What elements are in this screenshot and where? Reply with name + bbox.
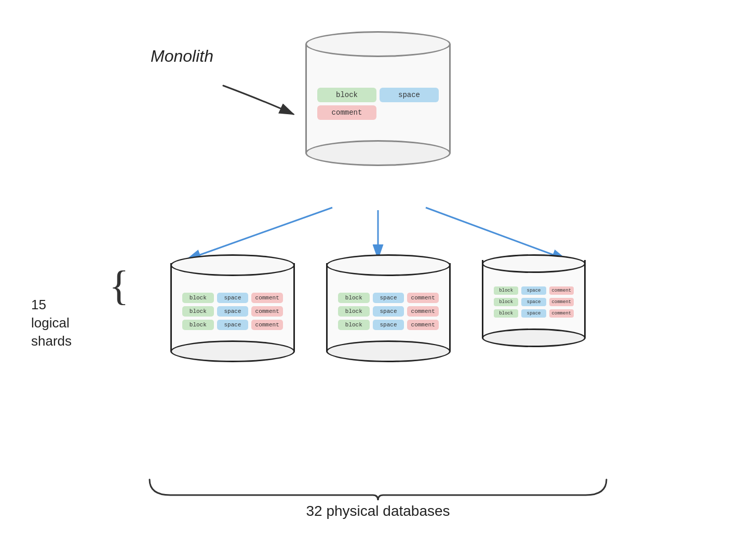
shard2-grid: block space comment block space comment … [333, 290, 444, 333]
s3-block-3: block [494, 309, 518, 318]
shard2-bottom [326, 340, 451, 362]
s1-block-1: block [182, 293, 214, 303]
shard1-body: block space comment block space comment … [170, 263, 295, 351]
s2-block-2: block [338, 306, 370, 317]
s3-space-1: space [521, 286, 546, 295]
monolith-top [305, 31, 451, 57]
monolith-body: block space comment [305, 44, 451, 153]
shards-row: block space comment block space comment … [170, 254, 586, 362]
shard3-bottom [482, 328, 586, 347]
s2-comment-2: comment [407, 306, 439, 317]
tag-space-mono: space [380, 88, 439, 102]
shard-db-3: block space comment block space comment … [482, 254, 586, 347]
monolith-cylinder: block space comment [305, 31, 451, 166]
s3-space-2: space [521, 298, 546, 306]
brace-container [144, 474, 612, 502]
tag-block-mono: block [317, 88, 376, 102]
svg-line-4 [426, 208, 566, 259]
s1-space-3: space [217, 320, 249, 330]
monolith-label: Monolith [151, 47, 213, 66]
shard3-grid: block space comment block space comment … [489, 284, 579, 320]
s3-comment-1: comment [549, 286, 574, 295]
s1-comment-1: comment [251, 293, 283, 303]
s2-block-3: block [338, 320, 370, 330]
s2-space-1: space [373, 293, 404, 303]
s2-comment-1: comment [407, 293, 439, 303]
s3-comment-3: comment [549, 309, 574, 318]
diagram-container: Monolith block space comment 15logicalsh… [0, 0, 756, 548]
s3-space-3: space [521, 309, 546, 318]
tag-comment-mono: comment [317, 105, 376, 120]
svg-line-2 [187, 208, 332, 259]
shard1-grid: block space comment block space comment … [177, 290, 288, 333]
shard2-body: block space comment block space comment … [326, 263, 451, 351]
shard2-top [326, 254, 451, 276]
shard3-top [482, 254, 586, 273]
horizontal-brace-svg [144, 474, 612, 500]
s1-block-2: block [182, 306, 214, 317]
shard1-bottom [170, 340, 295, 362]
s1-block-3: block [182, 320, 214, 330]
s3-comment-2: comment [549, 298, 574, 306]
s2-space-2: space [373, 306, 404, 317]
shard1-top [170, 254, 295, 276]
logical-brace: { [109, 265, 129, 306]
shard-db-1: block space comment block space comment … [170, 254, 295, 362]
shard-db-2: block space comment block space comment … [326, 254, 451, 362]
logical-shards-label: 15logicalshards [31, 296, 72, 350]
monolith-bottom [305, 140, 451, 166]
s1-space-2: space [217, 306, 249, 317]
s3-block-2: block [494, 298, 518, 306]
s2-space-3: space [373, 320, 404, 330]
monolith-db: block space comment [305, 31, 451, 166]
s2-comment-3: comment [407, 320, 439, 330]
s1-space-1: space [217, 293, 249, 303]
physical-databases-label: 32 physical databases [306, 503, 450, 519]
s2-block-1: block [338, 293, 370, 303]
monolith-tag-grid: block space comment [312, 85, 444, 122]
s1-comment-2: comment [251, 306, 283, 317]
s3-block-1: block [494, 286, 518, 295]
s1-comment-3: comment [251, 320, 283, 330]
